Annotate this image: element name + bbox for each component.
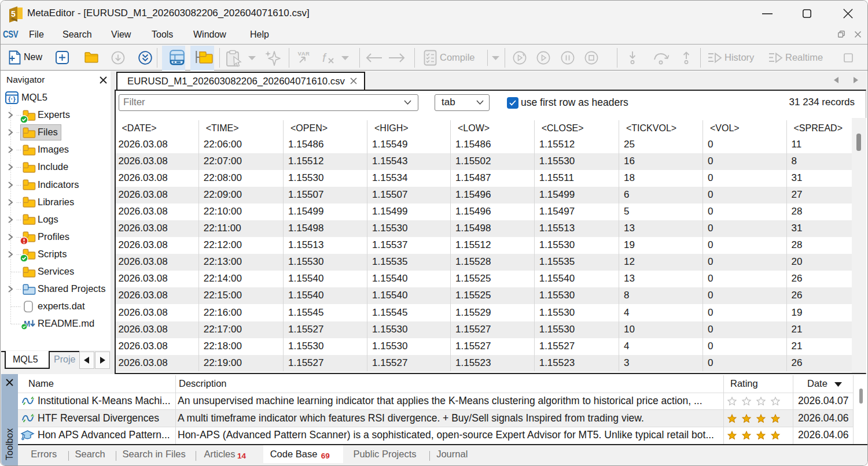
svg-text:VAR: VAR — [298, 50, 310, 57]
svg-text:f: f — [322, 51, 327, 64]
svg-text:{·}: {·} — [8, 95, 16, 102]
svg-text:5: 5 — [11, 9, 16, 19]
